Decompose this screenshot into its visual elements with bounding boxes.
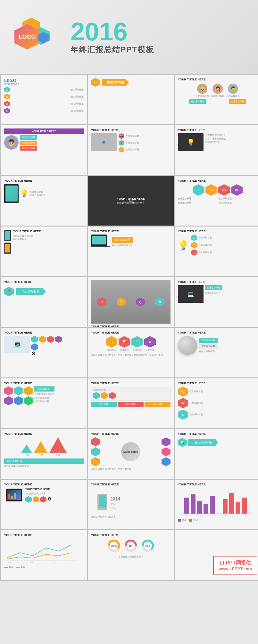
c11-tag: 在此添加标题: [112, 237, 133, 243]
r21-t1: 在此添加标题: [189, 390, 203, 393]
svg-text:30%: 30%: [110, 503, 116, 506]
ci2: • 在此添加标题: [34, 400, 54, 403]
icon-qq: Q: [136, 298, 145, 307]
tag-a1: 在此添加标题: [20, 135, 37, 140]
svg-rect-14: [242, 498, 247, 514]
hero-section: LOGO 2016 年终汇报总结PPT模板: [0, 0, 258, 74]
s1-hex: 01: [191, 235, 197, 241]
card7-content: 💡 在此添加标题 在此处添加内容: [4, 184, 84, 203]
sh5: [31, 343, 38, 351]
person-label-1: 在此添加标题: [196, 95, 209, 98]
c19-items: • 在此添加标题 • 在此添加标题: [34, 397, 54, 403]
card14-layout: 微 信 Q 分: [91, 280, 171, 324]
lfppt-line1: LFPPT网提供: [219, 560, 252, 566]
watermark-13: C: [84, 324, 85, 326]
social-icons: 微 信 Q 分: [91, 296, 171, 308]
sh4: [55, 336, 62, 343]
contents-label: O CONTENTS: [4, 83, 84, 85]
hf-hex2: 📊: [119, 336, 130, 348]
hex-c2: 02: [205, 184, 217, 196]
step2: 02 在此添加标题: [191, 242, 212, 248]
slide29-title: YOUR TITTLE HERE: [91, 533, 171, 537]
hex-c1: 01: [193, 184, 204, 196]
c25-h3: [40, 496, 46, 503]
tablet-device: [4, 184, 19, 203]
hex-item-4: 04: [4, 108, 10, 114]
slide14-title: YOUR TITTLE HERE: [91, 325, 171, 327]
slide-card-19: YOUR TITTLE HERE 在此添加标题 在此处添加具体内容 • 在此添加…: [1, 378, 87, 428]
slide-card-29: YOUR TITTLE HERE 30% 80: [88, 530, 174, 580]
slide6-title: YOUR TITTLE HERE: [178, 128, 257, 132]
hg6: [24, 396, 33, 405]
svg-text:2015: 2015: [223, 515, 227, 516]
hg3: [24, 386, 33, 395]
svg-text:2013: 2013: [52, 562, 57, 564]
slide-card-11: YOUR TITTLE HERE 在此添加标题 在此处添加内容文字 C: [88, 227, 174, 276]
tri-label2: 在此: [34, 453, 48, 457]
card5-content: 👥 📷 在此添加标题 📌 在此添加标题 ★ 在此添加标题: [91, 133, 171, 153]
mobile-1: [4, 230, 11, 241]
slide-card-6: YOUR TITTLE HERE 💡 在此处添加具体内容 文字，尽量言简意赅 简…: [175, 125, 258, 175]
c23-body: 在此处添加具体内容文字，尽量言简意赅: [91, 467, 171, 471]
hero-subtitle: 年终汇报总结PPT模板: [71, 45, 245, 55]
laptop-screen: [92, 236, 106, 244]
slide-card-8: 🏗 YOUR TITTLE HERE 在此处添加具体内容文字 C: [88, 176, 174, 226]
slide-card-27: YOUR TITTLE HERE 2007 2010 2013 2015: [175, 480, 258, 529]
line-legend: 数据 数据: [4, 566, 84, 569]
watermark-8: C: [171, 223, 172, 225]
r21-h2: 02: [178, 398, 188, 408]
slide-card-18: YOUR TITTLE HERE 在此添加标题 在此添加标题 在此处添加内容 C: [175, 328, 258, 377]
slide1-list: 01 在此添加标题 02 在此添加标题 03 在此添加标题 04 在此添加标题: [4, 87, 84, 114]
r21-t2: 在此添加标题: [189, 401, 203, 405]
step3: 03 在此添加标题: [191, 249, 212, 256]
hex-c3: 03: [218, 184, 230, 196]
donut3-svg: 100: [141, 539, 155, 553]
watermark-11: C: [171, 273, 172, 275]
hf4: ⚙ 在此添加: [144, 336, 156, 351]
svg-text:2010: 2010: [30, 562, 34, 564]
donut3-group: 100: [141, 539, 155, 554]
ll1: 数据: [4, 566, 13, 569]
c10-body: 在此处添加具体内容: [13, 235, 41, 238]
svg-rect-9: [204, 504, 208, 514]
c23-left: [91, 437, 100, 466]
main-topic-label: Main Topic: [121, 442, 140, 461]
card10-text: YOUR TITTLE HERE 在此处添加具体内容 在此添加标题: [13, 230, 41, 254]
card26-chart: 2014 30% 70% 在此处添加具体内容文字: [91, 488, 171, 518]
icon-weibo: 微: [97, 298, 106, 307]
c23-h3: [91, 457, 100, 466]
team-photo: 👥: [91, 133, 117, 151]
hl1: 在此添加标题: [178, 197, 217, 200]
ll2-color: [16, 567, 20, 568]
c23-h6: [162, 457, 171, 466]
lfppt-line2: www.LFPPT.com: [219, 566, 252, 571]
laptop-photo: 💻: [178, 285, 204, 303]
hl2: 在此添加标题: [218, 197, 258, 200]
slide3-title: YOUR TITTLE HERE: [178, 78, 257, 81]
hf-hex3: 🏆: [131, 336, 143, 348]
c18-tag2: 在此添加标题: [199, 344, 218, 349]
person-label-3: 在此添加标题: [226, 95, 240, 98]
step1: 01 在此添加标题: [191, 235, 212, 241]
watermark-10: C: [84, 273, 85, 275]
line-chart-svg: 2014 30% 70%: [91, 488, 165, 513]
card6-text: 在此处添加具体内容 文字，尽量言简意赅 简单说明即可。: [205, 133, 226, 151]
watermark-17: C: [171, 375, 172, 376]
hex-item-1: 01: [4, 87, 10, 93]
slide11-title: YOUR TITTLE HERE: [91, 230, 171, 233]
teal-arrow-banner: 在此添加标题: [16, 288, 46, 295]
gear-icon-small: ⚙: [47, 496, 52, 503]
slide-card-16: YOUR TITTLE HERE 👨‍💻 ⚙ C: [1, 328, 87, 377]
triangle-2: [34, 441, 48, 453]
person-laptop: 👨‍💻: [4, 336, 30, 353]
c7-t2: 在此处添加内容: [30, 194, 46, 197]
bar-s2: [11, 496, 13, 499]
tag-a3: 在此添加标题: [20, 146, 37, 151]
watermark-26: C: [171, 526, 172, 528]
purple-title: YOUR TITTLE HERE: [32, 130, 56, 133]
icon-text-3: 在此添加标题: [126, 148, 139, 151]
slide25-title: YOUR TITTLE HERE: [4, 483, 84, 486]
slide17-title: YOUR TITTLE HERE: [91, 331, 171, 334]
c23-h2: [91, 447, 100, 456]
fi2: [101, 392, 108, 399]
